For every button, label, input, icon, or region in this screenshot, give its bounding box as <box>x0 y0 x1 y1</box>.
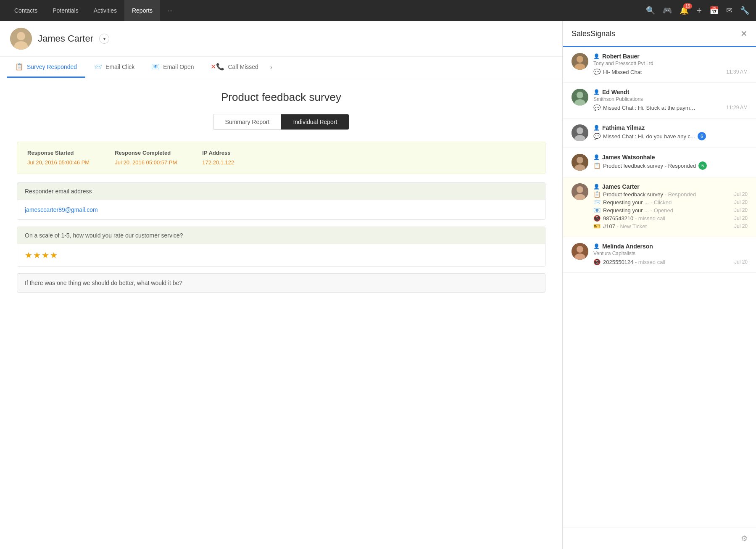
content-area: Product feedback survey Summary Report I… <box>0 78 562 549</box>
svg-point-13 <box>577 157 583 164</box>
nav-more[interactable]: ··· <box>160 0 180 21</box>
close-button[interactable]: ✕ <box>740 29 748 39</box>
avatar-watsonhale <box>572 154 588 171</box>
signal-entry-robert-0: 💬 Hi- Missed Chat 11:39 AM <box>593 69 748 75</box>
avatar-melinda <box>572 243 588 260</box>
signal-name-carter[interactable]: James Carter <box>602 183 640 190</box>
signal-time-carter-3: Jul 20 <box>734 215 748 221</box>
settings-icon[interactable]: ⚙ <box>741 534 748 543</box>
missed-call-icon-carter: 📵 <box>593 215 601 222</box>
tab-survey-responded[interactable]: 📋 Survey Responded <box>7 57 85 78</box>
email-icon-carter-2: 📧 <box>593 207 601 214</box>
sales-signals-panel: SalesSignals ✕ 👤 Robert Bauer <box>563 21 756 549</box>
profile-dropdown-button[interactable]: ▾ <box>99 34 109 44</box>
badge-fathima: 6 <box>698 132 706 140</box>
signal-item-carter: 👤 James Carter 📋 Product feedback survey… <box>563 177 756 237</box>
nav-reports[interactable]: Reports <box>124 0 160 21</box>
signals-footer: ⚙ <box>563 528 756 549</box>
calendar-icon[interactable]: 📅 <box>709 6 719 15</box>
nav-activities[interactable]: Activities <box>86 0 124 21</box>
tab-call-missed[interactable]: ✕📞 Call Missed <box>202 57 266 78</box>
signal-company-melinda: Ventura Capitalists <box>593 251 748 256</box>
ticket-icon-carter: 🎫 <box>593 223 601 230</box>
signal-entry-carter-4: 🎫 #107 - New Ticket Jul 20 <box>593 223 748 230</box>
tab-email-open[interactable]: 📧 Email Open <box>143 57 202 78</box>
call-missed-icon: ✕📞 <box>211 63 224 71</box>
bell-icon[interactable]: 🔔 15 <box>680 6 689 15</box>
signal-text-melinda-0: 2025550124 - missed call <box>603 259 665 265</box>
nav-icon-group: 🔍 🎮 🔔 15 + 📅 ✉ 🔧 <box>646 5 749 16</box>
left-panel: James Carter ▾ 📋 Survey Responded 📨 Emai… <box>0 21 563 549</box>
question-stars-box: On a scale of 1-5, how would you rate ou… <box>17 227 545 267</box>
main-layout: James Carter ▾ 📋 Survey Responded 📨 Emai… <box>0 21 756 549</box>
question-open-box: If there was one thing we should do bett… <box>17 273 545 293</box>
ip-address-label: IP Address <box>202 150 234 156</box>
nav-potentials[interactable]: Potentials <box>45 0 86 21</box>
signal-content-fathima: 👤 Fathima Yilmaz 💬 Missed Chat : Hi, do … <box>593 124 748 142</box>
wrench-icon[interactable]: 🔧 <box>740 6 749 15</box>
mail-icon[interactable]: ✉ <box>726 6 732 15</box>
response-started-label: Response Started <box>27 150 90 156</box>
response-started-col: Response Started Jul 20, 2016 05:00:46 P… <box>27 150 90 166</box>
signal-content-carter: 👤 James Carter 📋 Product feedback survey… <box>593 183 748 231</box>
email-click-icon: 📨 <box>94 63 102 71</box>
star-rating: ★★★★ <box>25 251 58 260</box>
signal-name-robert[interactable]: Robert Bauer <box>602 53 640 60</box>
survey-title: Product feedback survey <box>17 91 545 104</box>
svg-point-16 <box>577 186 583 193</box>
avatar <box>10 28 32 50</box>
signal-entry-melinda-0: 📵 2025550124 - missed call Jul 20 <box>593 259 748 265</box>
signals-list: 👤 Robert Bauer Tony and Presscott Pvt Lt… <box>563 47 756 528</box>
chat-icon-ed: 💬 <box>593 104 601 111</box>
signal-time-carter-1: Jul 20 <box>734 199 748 205</box>
individual-report-tab[interactable]: Individual Report <box>281 114 349 129</box>
svg-point-10 <box>577 127 583 134</box>
person-icon-ed: 👤 <box>593 89 600 95</box>
signal-text-robert-0: Hi- Missed Chat <box>603 69 642 75</box>
signal-entry-carter-2: 📧 Requesting your ... - Opened Jul 20 <box>593 207 748 214</box>
plus-icon[interactable]: + <box>696 5 702 16</box>
signal-name-watsonhale[interactable]: James Watsonhale <box>602 154 655 161</box>
signal-item-fathima: 👤 Fathima Yilmaz 💬 Missed Chat : Hi, do … <box>563 119 756 148</box>
person-icon-robert: 👤 <box>593 53 600 59</box>
signal-name-fathima[interactable]: Fathima Yilmaz <box>602 124 645 131</box>
signal-name-melinda[interactable]: Melinda Anderson <box>602 243 653 250</box>
signal-entry-carter-3: 📵 9876543210 - missed call Jul 20 <box>593 215 748 222</box>
signals-header: SalesSignals ✕ <box>563 21 756 47</box>
signal-text-ed-0: Missed Chat : Hi. Stuck at the payme... <box>603 105 695 111</box>
email-icon-carter-1: 📨 <box>593 199 601 206</box>
question-email-body: jamesccarter89@gmail.com <box>17 200 545 219</box>
person-icon-fathima: 👤 <box>593 125 600 131</box>
person-icon-watsonhale: 👤 <box>593 154 600 160</box>
summary-report-tab[interactable]: Summary Report <box>213 114 282 129</box>
signal-time-melinda-0: Jul 20 <box>734 259 748 265</box>
svg-point-4 <box>577 56 583 63</box>
profile-name: James Carter <box>38 33 93 44</box>
profile-header: James Carter ▾ <box>0 21 562 57</box>
signal-entry-watsonhale-0: 📋 Product feedback survey - Responded 5 <box>593 161 748 170</box>
missed-call-icon-melinda: 📵 <box>593 259 601 265</box>
ip-address-col: IP Address 172.20.1.122 <box>202 150 234 166</box>
question-email-header: Responder email address <box>17 183 545 200</box>
chat-icon-fathima: 💬 <box>593 133 601 140</box>
signal-text-carter-0: Product feedback survey - Responded <box>603 191 696 198</box>
gamepad-icon[interactable]: 🎮 <box>663 6 672 15</box>
search-icon[interactable]: 🔍 <box>646 6 655 15</box>
signals-title: SalesSignals <box>572 29 615 38</box>
question-stars-body: ★★★★ <box>17 244 545 266</box>
signal-item-robert: 👤 Robert Bauer Tony and Presscott Pvt Lt… <box>563 47 756 83</box>
svg-point-19 <box>577 246 583 253</box>
report-tabs: Summary Report Individual Report <box>213 114 350 130</box>
avatar-fathima <box>572 124 588 141</box>
signal-time-robert-0: 11:39 AM <box>726 69 748 75</box>
chat-icon-robert: 💬 <box>593 69 601 75</box>
signal-name-ed[interactable]: Ed Wendt <box>602 89 629 95</box>
response-started-value: Jul 20, 2016 05:00:46 PM <box>27 159 90 166</box>
signal-text-fathima-0: Missed Chat : Hi, do you have any c... <box>603 133 695 140</box>
nav-contacts[interactable]: Contacts <box>7 0 45 21</box>
tabs-next-arrow[interactable]: › <box>267 59 276 75</box>
survey-icon-carter-0: 📋 <box>593 191 601 198</box>
tab-email-click[interactable]: 📨 Email Click <box>85 57 143 78</box>
response-completed-value: Jul 20, 2016 05:00:57 PM <box>115 159 177 166</box>
signal-item-melinda: 👤 Melinda Anderson Ventura Capitalists 📵… <box>563 237 756 273</box>
